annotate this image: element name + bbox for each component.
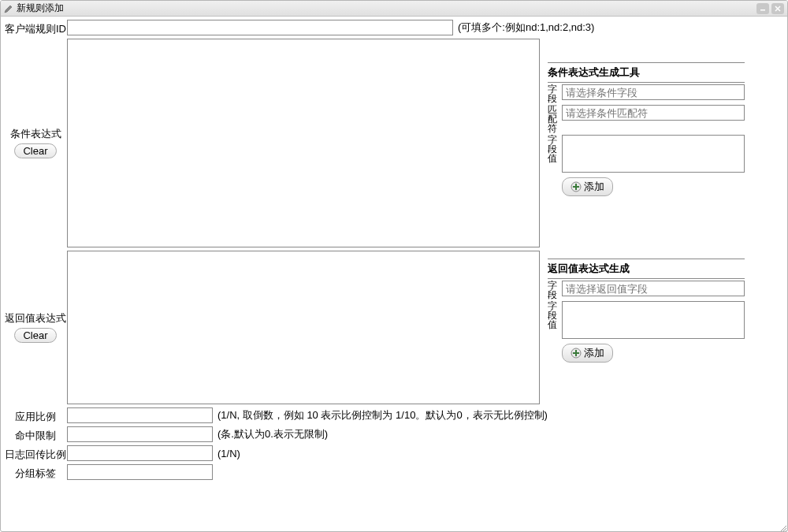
ret-add-label: 添加 bbox=[584, 346, 604, 360]
ret-value-label: 字段值 bbox=[548, 301, 560, 329]
plus-icon bbox=[571, 181, 582, 192]
cond-field-label: 字段 bbox=[548, 84, 560, 103]
ret-field-label: 字段 bbox=[548, 281, 560, 299]
hit-limit-input[interactable] bbox=[67, 426, 213, 442]
label-group-tag: 分组标签 bbox=[4, 464, 67, 480]
hint-client-rule-id: (可填多个:例如nd:1,nd:2,nd:3) bbox=[458, 20, 594, 35]
condition-expr-textarea[interactable] bbox=[67, 39, 540, 247]
row-group-tag: 分组标签 bbox=[4, 464, 784, 480]
cond-value-textarea[interactable] bbox=[562, 135, 745, 173]
window: 新规则添加 客户端规则ID (可填多个:例如nd:1,nd:2,nd:3) 条件… bbox=[0, 0, 788, 532]
log-ratio-input[interactable] bbox=[67, 445, 213, 461]
return-tool-title: 返回值表达式生成 bbox=[548, 259, 745, 279]
condition-tool-title: 条件表达式生成工具 bbox=[548, 62, 745, 83]
clear-condition-button[interactable]: Clear bbox=[14, 143, 56, 158]
row-hit-limit: 命中限制 (条.默认为0.表示无限制) bbox=[4, 426, 784, 442]
cond-matcher-input[interactable] bbox=[562, 105, 745, 121]
cond-add-button[interactable]: 添加 bbox=[562, 177, 613, 196]
label-return-expr: 返回值表达式 bbox=[5, 312, 66, 325]
group-tag-input[interactable] bbox=[67, 464, 213, 480]
row-condition-expr: 条件表达式 Clear 条件表达式生成工具 字段 匹配符 字段值 bbox=[4, 39, 784, 247]
label-client-rule-id: 客户端规则ID bbox=[4, 20, 67, 35]
pencil-icon bbox=[4, 4, 13, 13]
hint-app-ratio: (1/N, 取倒数，例如 10 表示比例控制为 1/10。默认为0，表示无比例控… bbox=[217, 408, 548, 422]
label-log-ratio: 日志回传比例 bbox=[4, 445, 67, 461]
cond-value-label: 字段值 bbox=[548, 135, 560, 163]
label-app-ratio: 应用比例 bbox=[4, 407, 67, 423]
svg-rect-0 bbox=[760, 9, 765, 11]
content-scroll[interactable]: 客户端规则ID (可填多个:例如nd:1,nd:2,nd:3) 条件表达式 Cl… bbox=[1, 17, 787, 532]
client-rule-id-input[interactable] bbox=[67, 20, 453, 35]
hint-hit-limit: (条.默认为0.表示无限制) bbox=[217, 427, 328, 441]
cond-matcher-label: 匹配符 bbox=[548, 105, 560, 133]
close-button[interactable] bbox=[771, 3, 784, 14]
row-return-expr: 返回值表达式 Clear 返回值表达式生成 字段 字段值 添加 bbox=[4, 251, 784, 404]
row-client-rule-id: 客户端规则ID (可填多个:例如nd:1,nd:2,nd:3) bbox=[4, 20, 784, 35]
cond-add-label: 添加 bbox=[584, 180, 604, 194]
return-tool-panel: 返回值表达式生成 字段 字段值 添加 bbox=[548, 251, 745, 404]
window-title: 新规则添加 bbox=[17, 2, 64, 15]
ret-add-button[interactable]: 添加 bbox=[562, 344, 613, 363]
hint-log-ratio: (1/N) bbox=[217, 448, 240, 459]
return-expr-textarea[interactable] bbox=[67, 251, 540, 404]
row-log-ratio: 日志回传比例 (1/N) bbox=[4, 445, 784, 461]
ret-value-textarea[interactable] bbox=[562, 301, 745, 339]
minimize-button[interactable] bbox=[756, 3, 769, 14]
row-app-ratio: 应用比例 (1/N, 取倒数，例如 10 表示比例控制为 1/10。默认为0，表… bbox=[4, 407, 784, 423]
condition-tool-panel: 条件表达式生成工具 字段 匹配符 字段值 添加 bbox=[548, 39, 745, 247]
titlebar: 新规则添加 bbox=[1, 1, 787, 17]
cond-field-input[interactable] bbox=[562, 84, 745, 100]
app-ratio-input[interactable] bbox=[67, 407, 213, 423]
ret-field-input[interactable] bbox=[562, 281, 745, 296]
resize-grip[interactable] bbox=[779, 523, 786, 530]
label-condition-expr: 条件表达式 bbox=[10, 128, 61, 140]
label-hit-limit: 命中限制 bbox=[4, 426, 67, 442]
plus-icon bbox=[571, 348, 582, 359]
clear-return-button[interactable]: Clear bbox=[14, 328, 56, 343]
